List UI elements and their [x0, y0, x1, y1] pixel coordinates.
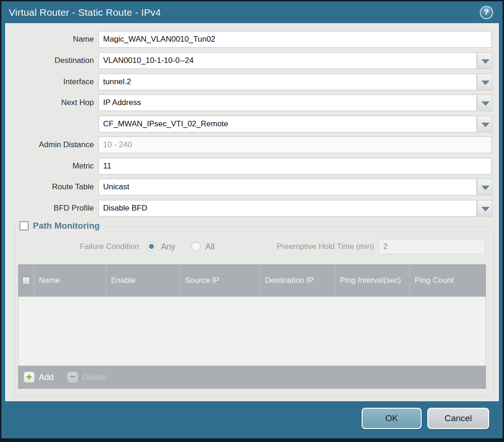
form-row-interface: Interface: [5, 74, 499, 90]
table-header-source-ip: Source IP: [180, 264, 260, 297]
bfd-profile-label: BFD Profile: [5, 200, 94, 217]
destination-label: Destination: [5, 52, 94, 69]
preemptive-hold-time-input[interactable]: [379, 239, 485, 254]
name-input[interactable]: [98, 31, 492, 48]
route-table-dropdown-button[interactable]: [477, 179, 492, 195]
interface-dropdown-button[interactable]: [477, 74, 492, 90]
bfd-profile-dropdown-button[interactable]: [477, 200, 492, 217]
path-monitoring-checkbox[interactable]: [19, 221, 29, 230]
table-body-empty: [18, 297, 486, 366]
form-row-bfd-profile: BFD Profile: [5, 200, 499, 217]
failure-condition-any-radio[interactable]: [147, 242, 156, 251]
table-header-enable: Enable: [106, 264, 180, 297]
next-hop-address-dropdown-button[interactable]: [477, 116, 492, 132]
metric-label: Metric: [5, 158, 94, 174]
failure-condition-row: Failure Condition Any All Preemptive Hol…: [15, 239, 493, 254]
chevron-down-icon: [481, 123, 490, 127]
table-header-destination-ip: Destination IP: [260, 264, 335, 297]
table-header-name: Name: [34, 264, 106, 297]
path-monitoring-legend: Path Monitoring: [18, 221, 104, 231]
add-button-label: Add: [39, 373, 54, 382]
destination-input[interactable]: [98, 52, 477, 69]
table-header-ping-count: Ping Count: [410, 264, 486, 297]
route-table-label: Route Table: [5, 179, 94, 195]
dialog-footer: OK Cancel: [1, 401, 503, 438]
form-row-metric: Metric: [5, 158, 499, 174]
chevron-down-icon: [481, 207, 490, 212]
table-action-bar: + Add − Delete: [18, 366, 486, 389]
next-hop-address-input[interactable]: [98, 116, 477, 132]
form-row-next-hop: Next Hop: [5, 94, 499, 111]
minus-icon: −: [67, 372, 78, 383]
failure-condition-all-radio[interactable]: [191, 242, 201, 251]
admin-distance-label: Admin Distance: [5, 137, 94, 153]
admin-distance-input[interactable]: [98, 137, 492, 153]
add-button[interactable]: + Add: [24, 372, 54, 383]
delete-button[interactable]: − Delete: [67, 372, 106, 383]
preemptive-hold-time-label: Preemptive Hold Time (min): [214, 239, 374, 254]
cancel-button[interactable]: Cancel: [427, 408, 489, 429]
table-header-checkbox-cell: [18, 264, 34, 297]
form-row-destination: Destination: [5, 52, 499, 69]
dialog-frame: Virtual Router - Static Route - IPv4 ? N…: [1, 1, 503, 438]
chevron-down-icon: [481, 186, 490, 190]
form-row-next-hop-address: [5, 116, 499, 132]
table-header-ping-interval: Ping Interval(sec): [335, 264, 410, 297]
static-route-dialog: Virtual Router - Static Route - IPv4 ? N…: [0, 0, 504, 442]
form-row-admin-distance: Admin Distance: [5, 137, 499, 153]
path-monitoring-title: Path Monitoring: [33, 221, 100, 231]
form-row-name: Name: [5, 31, 499, 48]
chevron-down-icon: [481, 59, 490, 64]
interface-input[interactable]: [98, 74, 477, 90]
page-title: Virtual Router - Static Route - IPv4: [9, 1, 161, 23]
failure-condition-label: Failure Condition: [15, 239, 139, 254]
chevron-down-icon: [481, 101, 490, 106]
interface-label: Interface: [5, 74, 94, 90]
metric-input[interactable]: [98, 158, 492, 174]
path-monitoring-table: Name Enable Source IP Destination IP Pin…: [18, 264, 486, 389]
chevron-down-icon: [481, 81, 490, 85]
plus-icon: +: [24, 372, 35, 383]
bfd-profile-input[interactable]: [98, 200, 477, 217]
ok-button[interactable]: OK: [362, 408, 422, 429]
next-hop-type-input[interactable]: [98, 94, 477, 111]
form-row-route-table: Route Table: [5, 179, 499, 195]
delete-button-label: Delete: [82, 373, 106, 382]
destination-dropdown-button[interactable]: [477, 52, 492, 69]
help-icon[interactable]: ?: [480, 6, 493, 19]
next-hop-address-label: [5, 116, 94, 132]
dialog-titlebar: Virtual Router - Static Route - IPv4 ?: [1, 1, 503, 23]
table-header-row: Name Enable Source IP Destination IP Pin…: [18, 264, 486, 297]
dialog-content: Name Destination Interface Next Hop: [5, 23, 499, 401]
select-all-checkbox[interactable]: [22, 277, 30, 285]
path-monitoring-group: Path Monitoring Failure Condition Any Al…: [15, 226, 494, 397]
next-hop-dropdown-button[interactable]: [477, 94, 492, 111]
failure-condition-any-label: Any: [161, 239, 175, 254]
name-label: Name: [5, 31, 94, 48]
next-hop-label: Next Hop: [5, 94, 94, 111]
route-table-input[interactable]: [98, 179, 477, 195]
failure-condition-all-label: All: [205, 239, 215, 254]
